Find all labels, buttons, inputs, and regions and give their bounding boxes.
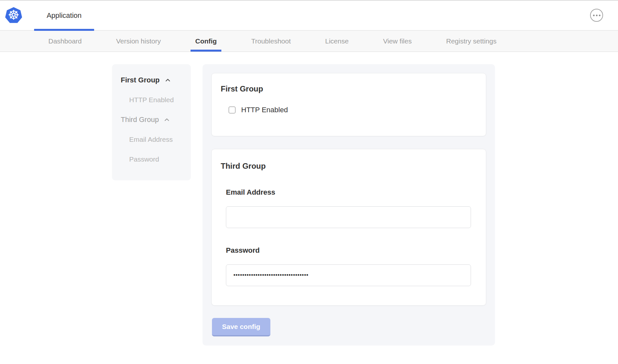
tab-dashboard[interactable]: Dashboard: [44, 30, 86, 52]
sidebar-group-third-group[interactable]: Third Group: [121, 115, 191, 125]
tab-troubleshoot[interactable]: Troubleshoot: [247, 30, 295, 52]
group-title: Third Group: [221, 162, 486, 171]
sidebar-item-http-enabled[interactable]: HTTP Enabled: [121, 95, 191, 105]
chevron-up-icon: [164, 77, 171, 84]
http-enabled-checkbox[interactable]: [229, 106, 236, 114]
email-address-label: Email Address: [226, 188, 486, 197]
sidebar-group-label: Third Group: [121, 115, 159, 124]
kots-admin-console: ☸ Application Dashboard Version history …: [0, 0, 618, 364]
kubernetes-logo-icon: ☸: [5, 7, 22, 23]
helm-wheel-icon: ☸: [8, 8, 19, 21]
chevron-up-icon: [163, 116, 170, 123]
config-panel: First Group HTTP Enabled Third Group Ema…: [203, 64, 495, 346]
config-page: First Group HTTP Enabled Third Group Ema…: [0, 52, 618, 364]
config-sidebar: First Group HTTP Enabled Third Group Ema…: [112, 64, 191, 180]
password-input[interactable]: [226, 264, 471, 286]
tab-registry-settings[interactable]: Registry settings: [441, 30, 501, 52]
tab-license[interactable]: License: [321, 30, 353, 52]
email-address-field: Email Address: [226, 188, 486, 228]
app-header: ☸ Application: [0, 0, 618, 30]
password-field: Password: [226, 246, 486, 286]
tab-view-files[interactable]: View files: [378, 30, 416, 52]
group-title: First Group: [221, 84, 486, 93]
app-subnav: Dashboard Version history Config Trouble…: [0, 30, 618, 52]
tab-config[interactable]: Config: [191, 30, 221, 52]
email-address-input[interactable]: [226, 206, 471, 228]
http-enabled-field: HTTP Enabled: [229, 106, 486, 114]
config-group-card-third-group: Third Group Email Address Password: [211, 149, 486, 306]
sidebar-group-first-group[interactable]: First Group: [121, 75, 191, 85]
checkbox-label: HTTP Enabled: [241, 106, 288, 114]
ellipsis-icon: [593, 15, 595, 16]
overflow-menu-button[interactable]: [590, 9, 603, 22]
application-tab-active-underline: [34, 29, 94, 31]
sidebar-item-password[interactable]: Password: [121, 154, 191, 164]
sidebar-group-label: First Group: [121, 76, 160, 84]
password-label: Password: [226, 246, 486, 255]
tab-application[interactable]: Application: [34, 1, 94, 30]
config-group-card-first-group: First Group HTTP Enabled: [211, 73, 486, 136]
save-config-button[interactable]: Save config: [212, 318, 270, 336]
sidebar-item-email-address[interactable]: Email Address: [121, 135, 191, 144]
tab-version-history[interactable]: Version history: [112, 30, 166, 52]
